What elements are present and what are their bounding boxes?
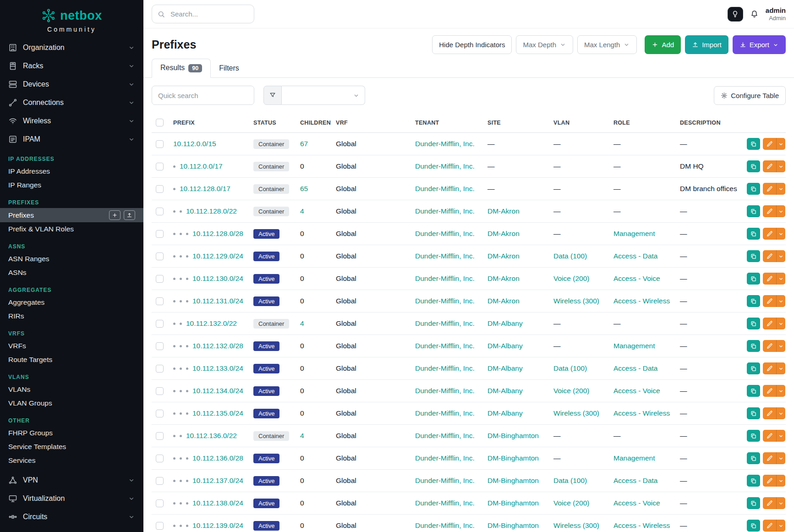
row-checkbox[interactable] [156, 320, 164, 328]
max-length-dropdown[interactable]: Max Length [577, 35, 637, 54]
clone-button[interactable] [747, 138, 760, 150]
role-link[interactable]: Access - Data [613, 364, 657, 372]
clone-button[interactable] [747, 385, 760, 397]
site-link[interactable]: DM-Binghamton [487, 499, 539, 507]
edit-button[interactable] [763, 430, 776, 442]
edit-dropdown-button[interactable] [776, 183, 785, 195]
sidebar-item-wireless[interactable]: Wireless [0, 112, 143, 130]
row-checkbox[interactable] [156, 387, 164, 395]
site-link[interactable]: DM-Albany [487, 387, 523, 395]
clone-button[interactable] [747, 273, 760, 285]
max-depth-dropdown[interactable]: Max Depth [516, 35, 573, 54]
edit-dropdown-button[interactable] [776, 273, 785, 285]
prefix-link[interactable]: 10.112.137.0/24 [192, 477, 243, 485]
prefix-link[interactable]: 10.112.0.0/15 [173, 140, 216, 148]
edit-dropdown-button[interactable] [776, 295, 785, 307]
vlan-link[interactable]: Voice (200) [553, 387, 589, 395]
edit-button[interactable] [763, 452, 776, 464]
edit-dropdown-button[interactable] [776, 407, 785, 419]
edit-dropdown-button[interactable] [776, 520, 785, 532]
sidebar-item-devices[interactable]: Devices [0, 75, 143, 93]
edit-dropdown-button[interactable] [776, 318, 785, 329]
role-link[interactable]: Access - Voice [613, 387, 660, 395]
row-checkbox[interactable] [156, 297, 164, 305]
clone-button[interactable] [747, 250, 760, 262]
clone-button[interactable] [747, 205, 760, 217]
clone-button[interactable] [747, 362, 760, 374]
clone-button[interactable] [747, 160, 760, 172]
vlan-link[interactable]: Wireless (300) [553, 297, 599, 305]
tenant-link[interactable]: Dunder-Mifflin, Inc. [415, 162, 475, 170]
edit-button[interactable] [763, 183, 776, 195]
row-checkbox[interactable] [156, 252, 164, 260]
site-link[interactable]: DM-Akron [487, 207, 520, 215]
row-checkbox[interactable] [156, 185, 164, 193]
prefix-link[interactable]: 10.112.128.0/28 [192, 230, 243, 238]
vlan-link[interactable]: Wireless (300) [553, 409, 599, 417]
edit-dropdown-button[interactable] [776, 160, 785, 172]
row-checkbox[interactable] [156, 208, 164, 215]
site-link[interactable]: DM-Akron [487, 274, 520, 282]
row-checkbox[interactable] [156, 342, 164, 350]
edit-dropdown-button[interactable] [776, 452, 785, 464]
row-checkbox[interactable] [156, 432, 164, 440]
edit-dropdown-button[interactable] [776, 138, 785, 150]
clone-button[interactable] [747, 183, 760, 195]
edit-dropdown-button[interactable] [776, 250, 785, 262]
tenant-link[interactable]: Dunder-Mifflin, Inc. [415, 140, 475, 148]
edit-button[interactable] [763, 273, 776, 285]
sidebar-item-ip-addresses[interactable]: IP Addresses [0, 165, 143, 178]
vlan-link[interactable]: Voice (200) [553, 274, 589, 282]
edit-dropdown-button[interactable] [776, 228, 785, 240]
tenant-link[interactable]: Dunder-Mifflin, Inc. [415, 454, 475, 462]
row-checkbox[interactable] [156, 275, 164, 283]
edit-dropdown-button[interactable] [776, 385, 785, 397]
sidebar-item-vlans[interactable]: VLANs [0, 383, 143, 396]
column-header-role[interactable]: ROLE [609, 113, 676, 133]
sidebar-item-route-targets[interactable]: Route Targets [0, 353, 143, 367]
tenant-link[interactable]: Dunder-Mifflin, Inc. [415, 319, 475, 327]
quick-import-button[interactable] [124, 210, 135, 220]
clone-button[interactable] [747, 497, 760, 509]
netbox-logo[interactable]: netbox Community [0, 0, 143, 38]
sidebar-item-connections[interactable]: Connections [0, 93, 143, 112]
column-header-vrf[interactable]: VRF [332, 113, 411, 133]
sidebar-item-racks[interactable]: Racks [0, 57, 143, 75]
row-checkbox[interactable] [156, 455, 164, 462]
role-link[interactable]: Management [613, 342, 655, 350]
children-count[interactable]: 4 [300, 432, 304, 439]
clone-button[interactable] [747, 475, 760, 487]
sidebar-item-fhrp-groups[interactable]: FHRP Groups [0, 426, 143, 440]
edit-button[interactable] [763, 228, 776, 240]
vlan-link[interactable]: Data (100) [553, 252, 587, 260]
row-checkbox[interactable] [156, 163, 164, 170]
clone-button[interactable] [747, 318, 760, 329]
edit-button[interactable] [763, 138, 776, 150]
prefix-link[interactable]: 10.112.135.0/24 [192, 409, 243, 417]
edit-button[interactable] [763, 407, 776, 419]
tenant-link[interactable]: Dunder-Mifflin, Inc. [415, 297, 475, 305]
prefix-link[interactable]: 10.112.132.0/22 [186, 319, 237, 328]
row-checkbox[interactable] [156, 522, 164, 530]
sidebar-item-organization[interactable]: Organization [0, 38, 143, 57]
tenant-link[interactable]: Dunder-Mifflin, Inc. [415, 230, 475, 237]
row-checkbox[interactable] [156, 477, 164, 485]
column-header-prefix[interactable]: PREFIX [169, 113, 249, 133]
prefix-link[interactable]: 10.112.136.0/28 [192, 454, 243, 462]
edit-dropdown-button[interactable] [776, 205, 785, 217]
edit-button[interactable] [763, 318, 776, 329]
edit-button[interactable] [763, 205, 776, 217]
prefix-link[interactable]: 10.112.131.0/24 [192, 297, 243, 305]
children-count[interactable]: 4 [300, 319, 304, 327]
quick-search-input[interactable] [152, 86, 254, 105]
filter-button[interactable] [263, 86, 282, 105]
sidebar-item-asns[interactable]: ASNs [0, 266, 143, 280]
column-header-children[interactable]: CHILDREN [296, 113, 332, 133]
edit-dropdown-button[interactable] [776, 475, 785, 487]
row-checkbox[interactable] [156, 365, 164, 373]
role-link[interactable]: Access - Data [613, 252, 657, 260]
clone-button[interactable] [747, 407, 760, 419]
saved-filter-select[interactable] [282, 86, 365, 105]
role-link[interactable]: Access - Wireless [613, 409, 670, 417]
vlan-link[interactable]: Data (100) [553, 364, 587, 372]
